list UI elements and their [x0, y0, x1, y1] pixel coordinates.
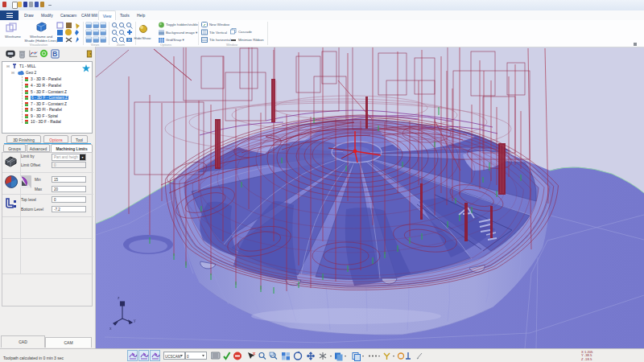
svg-text:B: B	[52, 51, 57, 58]
svg-text:UCSCAM: UCSCAM	[165, 355, 181, 359]
